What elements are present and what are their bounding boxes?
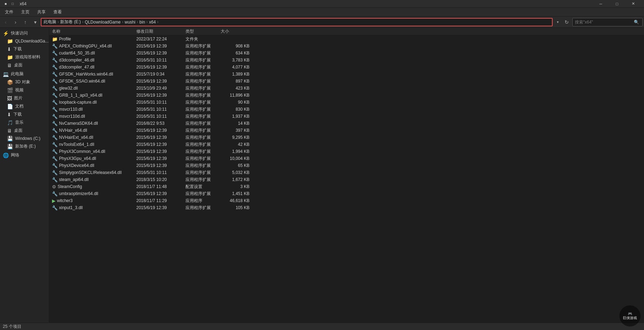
cell-name: 🔧 d3dcompiler_47.dll <box>51 65 135 70</box>
breadcrumb-qldownloadgame[interactable]: QLDownloadGame <box>85 20 121 25</box>
ribbon: 文件 主页 共享 查看 <box>0 8 644 17</box>
tab-share[interactable]: 共享 <box>34 8 49 16</box>
table-row[interactable]: 🔧 d3dcompiler_47.dll 2015/6/19 12:39 应用程… <box>49 64 644 71</box>
cell-name: 🔧 NVHair_x64.dll <box>51 128 135 133</box>
cell-type: 应用程序扩展 <box>184 99 219 105</box>
sidebar-item-quickaccess[interactable]: ⚡ 快速访问 <box>0 29 49 37</box>
sidebar-item-video[interactable]: 🎬 视频 <box>0 86 49 94</box>
table-row[interactable]: 🔧 cudart64_50_35.dll 2015/6/19 12:39 应用程… <box>49 50 644 57</box>
sidebar-item-network[interactable]: 🌐 网络 <box>0 151 49 159</box>
table-row[interactable]: 📁 Profile 2022/3/17 22:24 文件夹 <box>49 35 644 43</box>
sidebar-item-this-pc[interactable]: 💻 此电脑 <box>0 70 49 78</box>
search-icon[interactable]: 🔍 <box>633 18 640 26</box>
table-row[interactable]: ▶ witcher3 2018/11/7 11:29 应用程序 46,618 K… <box>49 197 644 204</box>
cell-name: 🔧 loopback-capture.dll <box>51 100 135 105</box>
cell-date: 2022/3/17 22:24 <box>135 37 184 41</box>
cell-type: 应用程序扩展 <box>184 205 219 211</box>
col-header-type[interactable]: 类型 <box>184 28 219 34</box>
cell-date: 2018/11/7 11:48 <box>135 184 184 189</box>
cell-name: 🔧 xinput1_3.dll <box>51 205 135 211</box>
sidebar-item-desktop1[interactable]: 🖥 桌面 <box>0 61 49 69</box>
sidebar-quick-access-section: ⚡ 快速访问 📁 QLDownloadGa... ⬇ 下载 📁 游戏闯答材料 🖥… <box>0 29 49 69</box>
back-button[interactable]: ‹ <box>1 18 10 26</box>
table-row[interactable]: 🔧 SimplygonSDKCLIReleasex64.dll 2016/5/3… <box>49 169 644 176</box>
cell-name: ⚙ SteamConfig <box>51 184 135 189</box>
cell-date: 2015/6/19 12:39 <box>135 44 184 48</box>
cell-size: 105 KB <box>219 205 251 210</box>
maximize-button[interactable]: □ <box>609 0 625 8</box>
table-row[interactable]: 🔧 PhysX3Common_x64.dll 2015/6/19 12:39 应… <box>49 148 644 155</box>
table-row[interactable]: 🔧 PhysX3Gpu_x64.dll 2015/6/19 12:39 应用程序… <box>49 155 644 162</box>
music-icon: 🎵 <box>7 120 13 125</box>
cell-date: 2015/6/19 12:39 <box>135 135 184 140</box>
table-row[interactable]: 🔧 d3dcompiler_46.dll 2016/5/31 10:11 应用程… <box>49 57 644 64</box>
breadcrumb-drive[interactable]: 新加卷 (E:) <box>60 19 81 25</box>
sidebar-item-desktop2[interactable]: 🖥 桌面 <box>0 127 49 135</box>
breadcrumb-bin[interactable]: bin <box>139 20 145 25</box>
cell-type: 应用程序扩展 <box>184 142 219 148</box>
table-row[interactable]: 🔧 msvcr110d.dll 2016/5/31 10:11 应用程序扩展 1… <box>49 113 644 120</box>
folder-icon: 📁 <box>52 37 58 42</box>
table-row[interactable]: 🔧 msvcr110.dll 2016/5/31 10:11 应用程序扩展 83… <box>49 106 644 113</box>
table-row[interactable]: 🔧 umbraoptimizer64.dll 2015/6/19 12:39 应… <box>49 190 644 197</box>
recent-button[interactable]: ▾ <box>31 18 39 26</box>
table-row[interactable]: 🔧 xinput1_3.dll 2015/6/19 12:39 应用程序扩展 1… <box>49 204 644 211</box>
sidebar-item-pictures[interactable]: 🖼 图片 <box>0 94 49 102</box>
forward-button[interactable]: › <box>11 18 20 26</box>
breadcrumb-x64[interactable]: x64 <box>149 20 156 25</box>
folder-icon: 📁 <box>7 54 13 60</box>
address-bar[interactable]: 此电脑 › 新加卷 (E:) › QLDownloadGame › wushi … <box>41 18 553 26</box>
table-row[interactable]: 🔧 PhysXDevice64.dll 2015/6/19 12:39 应用程序… <box>49 162 644 169</box>
sidebar-item-download2[interactable]: ⬇ 下载 <box>0 110 49 118</box>
sidebar-item-music[interactable]: 🎵 音乐 <box>0 118 49 127</box>
sidebar-item-windows-c[interactable]: 💾 Windows (C:) <box>0 135 49 142</box>
cell-date: 2016/5/31 10:11 <box>135 58 184 63</box>
close-button[interactable]: ✕ <box>625 0 641 8</box>
address-dropdown-button[interactable]: ▾ <box>554 18 561 26</box>
col-header-name[interactable]: 名称 <box>51 28 135 34</box>
sidebar-item-game-materials[interactable]: 📁 游戏闯答材料 <box>0 53 49 61</box>
sidebar-item-download1[interactable]: ⬇ 下载 <box>0 45 49 53</box>
cell-date: 2016/5/31 10:11 <box>135 100 184 105</box>
cell-size: 3 KB <box>219 184 251 189</box>
window-controls: ─ □ ✕ <box>593 0 641 8</box>
sidebar-item-qldownloadgame[interactable]: 📁 QLDownloadGa... <box>0 37 49 45</box>
table-row[interactable]: 🔧 steam_api64.dll 2018/3/15 10:20 应用程序扩展… <box>49 176 644 183</box>
title-bar-icons: ■ □ <box>3 1 15 7</box>
dll-icon: 🔧 <box>52 191 58 196</box>
cell-type: 应用程序扩展 <box>184 128 219 134</box>
refresh-button[interactable]: ↻ <box>562 18 571 26</box>
minimize-button[interactable]: ─ <box>593 0 609 8</box>
table-row[interactable]: 🔧 NVHairExt_x64.dll 2015/6/19 12:39 应用程序… <box>49 134 644 141</box>
col-header-date[interactable]: 修改日期 <box>135 28 184 34</box>
cell-type: 应用程序 <box>184 198 219 204</box>
cell-type: 应用程序扩展 <box>184 135 219 141</box>
cell-size: 1,389 KB <box>219 72 251 77</box>
table-row[interactable]: 🔧 GFSDK_HairWorks.win64.dll 2015/7/19 0:… <box>49 71 644 78</box>
table-row[interactable]: 🔧 GFSDK_SSAO.win64.dll 2015/6/19 12:39 应… <box>49 78 644 85</box>
cell-size: 634 KB <box>219 51 251 56</box>
search-input[interactable] <box>575 20 631 25</box>
table-row[interactable]: ⚙ SteamConfig 2018/11/7 11:48 配置设置 3 KB <box>49 183 644 190</box>
table-row[interactable]: 🔧 GRB_1_1_api3_x64.dll 2015/6/19 12:39 应… <box>49 92 644 99</box>
up-button[interactable]: ↑ <box>21 18 30 26</box>
table-row[interactable]: 🔧 nvToolsExt64_1.dll 2015/6/19 12:39 应用程… <box>49 141 644 148</box>
table-row[interactable]: 🔧 APEX_ClothingGPU_x64.dll 2015/6/19 12:… <box>49 43 644 50</box>
dll-icon: 🔧 <box>52 79 58 84</box>
tab-view[interactable]: 查看 <box>50 8 65 16</box>
sidebar-item-drive-e[interactable]: 💾 新加卷 (E:) <box>0 142 49 150</box>
table-row[interactable]: 🔧 loopback-capture.dll 2016/5/31 10:11 应… <box>49 99 644 106</box>
tab-home[interactable]: 主页 <box>18 8 33 16</box>
table-row[interactable]: 🔧 NVHair_x64.dll 2015/6/19 12:39 应用程序扩展 … <box>49 127 644 134</box>
sidebar-item-3d[interactable]: 📦 3D 对象 <box>0 78 49 86</box>
breadcrumb-wushi[interactable]: wushi <box>125 20 136 25</box>
table-row[interactable]: 🔧 NvCameraSDK64.dll 2016/8/22 9:53 应用程序扩… <box>49 120 644 127</box>
cell-size: 1,937 KB <box>219 114 251 119</box>
table-row[interactable]: 🔧 glew32.dll 2015/10/9 23:49 应用程序扩展 423 … <box>49 85 644 92</box>
cell-type: 应用程序扩展 <box>184 121 219 127</box>
breadcrumb-pc[interactable]: 此电脑 <box>44 19 56 25</box>
col-header-size[interactable]: 大小 <box>219 28 251 34</box>
search-bar[interactable]: 🔍 <box>572 18 643 26</box>
sidebar-item-docs[interactable]: 📄 文档 <box>0 102 49 110</box>
tab-file[interactable]: 文件 <box>1 8 17 16</box>
